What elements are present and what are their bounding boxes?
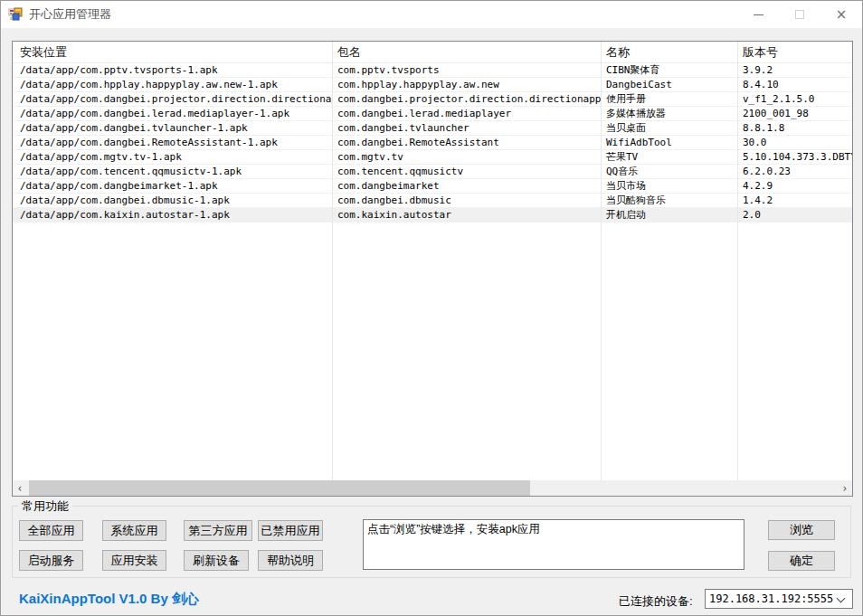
refresh-device-button[interactable]: 刷新设备: [184, 550, 249, 571]
cell-name: 开机启动: [601, 208, 737, 222]
cell-location: /data/app/com.dangbeimarket-1.apk: [13, 179, 332, 193]
column-divider: [737, 42, 738, 480]
cell-package: com.hpplay.happyplay.aw.new: [332, 78, 601, 91]
cell-location: /data/app/com.kaixin.autostar-1.apk: [13, 208, 332, 222]
table-row[interactable]: /data/app/com.tencent.qqmusictv-1.apkcom…: [13, 165, 852, 179]
group-label: 常用功能: [18, 498, 72, 515]
browse-button[interactable]: 浏览: [768, 520, 835, 540]
cell-package: com.pptv.tvsports: [332, 63, 601, 77]
title-bar: 开心应用管理器 ×: [1, 1, 862, 28]
column-header-install-location[interactable]: 安装位置: [13, 42, 332, 62]
column-header-version[interactable]: 版本号: [737, 42, 852, 62]
app-list: 安装位置 包名 名称 版本号 /data/app/com.pptv.tvspor…: [12, 41, 853, 497]
cell-location: /data/app/com.dangbei.RemoteAssistant-1.…: [13, 136, 332, 149]
cell-name: DangbeiCast: [601, 78, 737, 91]
disabled-apps-button[interactable]: 已禁用应用: [258, 520, 323, 541]
cell-name: 多媒体播放器: [601, 107, 737, 120]
cell-package: com.kaixin.autostar: [332, 208, 601, 222]
maximize-icon: [795, 10, 804, 19]
close-button[interactable]: ×: [820, 1, 862, 28]
cell-name: CIBN聚体育: [601, 63, 737, 77]
device-address: 192.168.31.192:5555: [709, 592, 833, 605]
cell-package: com.dangbei.projector.direction.directio…: [332, 92, 601, 106]
table-row[interactable]: /data/app/com.dangbei.tvlauncher-1.apkco…: [13, 121, 852, 136]
cell-package: com.dangbei.RemoteAssistant: [332, 136, 601, 149]
cell-version: v_f1_2.1.5.0: [737, 92, 852, 106]
table-row[interactable]: /data/app/com.hpplay.happyplay.aw.new-1.…: [13, 78, 852, 92]
cell-name: 当贝市场: [601, 179, 737, 193]
column-divider: [332, 42, 333, 480]
cell-location: /data/app/com.tencent.qqmusictv-1.apk: [13, 165, 332, 178]
column-divider: [601, 42, 602, 480]
table-row[interactable]: /data/app/com.dangbei.dbmusic-1.apkcom.d…: [13, 194, 852, 208]
cell-version: 2100_001_98: [737, 107, 852, 120]
close-icon: ×: [836, 8, 848, 22]
table-row[interactable]: /data/app/com.dangbei.lerad.mediaplayer-…: [13, 107, 852, 121]
cell-location: /data/app/com.dangbei.lerad.mediaplayer-…: [13, 107, 332, 120]
app-branding: KaiXinAppTool V1.0 By 剑心: [19, 591, 199, 608]
column-header-name[interactable]: 名称: [601, 42, 737, 62]
cell-package: com.dangbei.lerad.mediaplayer: [332, 107, 601, 120]
cell-version: 8.4.10: [737, 78, 852, 91]
horizontal-scrollbar[interactable]: ‹ ›: [13, 480, 852, 496]
cell-location: /data/app/com.dangbei.tvlauncher-1.apk: [13, 121, 332, 135]
table-row[interactable]: /data/app/com.pptv.tvsports-1.apkcom.ppt…: [13, 63, 852, 78]
scroll-right-arrow-icon[interactable]: ›: [838, 480, 852, 496]
cell-package: com.tencent.qqmusictv: [332, 165, 601, 178]
cell-name: 芒果TV: [601, 150, 737, 164]
listview-body: /data/app/com.pptv.tvsports-1.apkcom.ppt…: [13, 63, 852, 480]
cell-version: 4.2.9: [737, 179, 852, 193]
list-header: 安装位置 包名 名称 版本号: [13, 42, 852, 63]
minimize-button[interactable]: [737, 1, 779, 28]
chevron-down-icon: [837, 594, 846, 603]
cell-version: 6.2.0.23: [737, 165, 852, 178]
cell-version: 1.4.2: [737, 194, 852, 207]
cell-location: /data/app/com.dangbei.dbmusic-1.apk: [13, 194, 332, 207]
device-combobox[interactable]: 192.168.31.192:5555: [705, 589, 853, 609]
window-title: 开心应用管理器: [29, 6, 111, 23]
cell-version: 8.8.1.8: [737, 121, 852, 135]
connected-device-label: 已连接的设备:: [619, 593, 693, 610]
cell-name: QQ音乐: [601, 165, 737, 178]
app-window: 开心应用管理器 × 安装位置 包名 名称 版本号 /data/app/com.p…: [0, 0, 863, 616]
table-row[interactable]: /data/app/com.mgtv.tv-1.apkcom.mgtv.tv芒果…: [13, 150, 852, 165]
column-header-package[interactable]: 包名: [332, 42, 601, 62]
cell-package: com.dangbei.tvlauncher: [332, 121, 601, 135]
all-apps-button[interactable]: 全部应用: [19, 520, 83, 541]
app-icon: [8, 7, 23, 22]
cell-package: com.mgtv.tv: [332, 150, 601, 164]
cell-version: 2.0: [737, 208, 852, 222]
cell-name: WifiAdbTool: [601, 136, 737, 149]
cell-location: /data/app/com.hpplay.happyplay.aw.new-1.…: [13, 78, 332, 91]
cell-location: /data/app/com.dangbei.projector.directio…: [13, 92, 332, 106]
confirm-button[interactable]: 确定: [768, 551, 835, 571]
install-app-button[interactable]: 应用安装: [102, 550, 166, 571]
cell-package: com.dangbei.dbmusic: [332, 194, 601, 207]
start-service-button[interactable]: 启动服务: [19, 550, 83, 571]
cell-package: com.dangbeimarket: [332, 179, 601, 193]
cell-location: /data/app/com.pptv.tvsports-1.apk: [13, 63, 332, 77]
scrollbar-thumb[interactable]: [29, 480, 530, 496]
cell-name: 当贝桌面: [601, 121, 737, 135]
scroll-left-arrow-icon[interactable]: ‹: [13, 480, 27, 496]
cell-version: 30.0: [737, 136, 852, 149]
cell-location: /data/app/com.mgtv.tv-1.apk: [13, 150, 332, 164]
table-row[interactable]: /data/app/com.dangbeimarket-1.apkcom.dan…: [13, 179, 852, 194]
install-hint-box[interactable]: 点击“浏览”按键选择，安装apk应用: [363, 519, 744, 570]
cell-name: 当贝酷狗音乐: [601, 194, 737, 207]
third-party-apps-button[interactable]: 第三方应用: [184, 520, 252, 541]
table-row[interactable]: /data/app/com.dangbei.projector.directio…: [13, 92, 852, 107]
cell-version: 3.9.2: [737, 63, 852, 77]
maximize-button[interactable]: [779, 1, 820, 28]
help-button[interactable]: 帮助说明: [258, 550, 323, 571]
cell-name: 使用手册: [601, 92, 737, 106]
minimize-icon: [754, 14, 763, 15]
table-row[interactable]: /data/app/com.kaixin.autostar-1.apkcom.k…: [13, 208, 852, 223]
cell-version: 5.10.104.373.3.DBTY_1: [737, 150, 852, 164]
table-row[interactable]: /data/app/com.dangbei.RemoteAssistant-1.…: [13, 136, 852, 150]
system-apps-button[interactable]: 系统应用: [102, 520, 166, 541]
